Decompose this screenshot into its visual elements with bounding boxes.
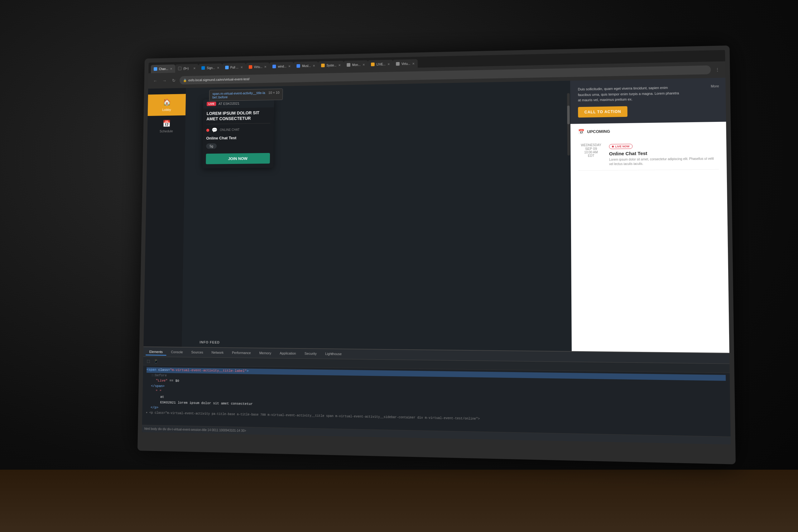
tab-close-btn[interactable]: ✕ (217, 66, 219, 70)
event-timezone: EDT (578, 154, 604, 158)
tab-close-btn[interactable]: ✕ (412, 62, 415, 65)
tab-label: Musl... (302, 64, 311, 67)
forward-button[interactable]: → (161, 77, 168, 84)
browser-tab-live[interactable]: LIVE... ✕ (368, 60, 393, 69)
devtools-tab-memory[interactable]: Memory (255, 350, 275, 357)
event-item: WEDNESDAY SEP 09 10:00 AM EDT LIVE NOW (578, 138, 719, 171)
event-day-name: WEDNESDAY (578, 143, 604, 147)
live-now-badge: LIVE NOW (609, 144, 632, 149)
devtools-tab-security[interactable]: Security (301, 350, 320, 358)
chat-name: Online Chat Test (203, 135, 274, 142)
scrollbar-thumb[interactable] (567, 106, 570, 125)
sidebar-item-schedule[interactable]: 📅 Schedule (148, 115, 186, 137)
devtools-select-element-btn[interactable]: ⬚ (146, 358, 151, 364)
tab-label: Chan... (159, 67, 168, 71)
tab-favicon (248, 65, 252, 69)
time-badge: 5g (206, 144, 217, 149)
tab-favicon (178, 67, 182, 71)
devtools-tab-performance[interactable]: Performance (228, 349, 254, 357)
inspector-pseudo: bel::before (212, 95, 228, 99)
tab-favicon (272, 64, 276, 68)
schedule-icon: 📅 (163, 120, 171, 128)
event-date-column: WEDNESDAY SEP 09 10:00 AM EDT (578, 143, 604, 167)
tab-close-btn[interactable]: ✕ (264, 65, 267, 69)
tab-favicon (321, 63, 325, 67)
event-right-panel: More Duis sollicitudin, quam eget viverr… (570, 78, 729, 353)
monitor-frame: Chan... ✕ (9+) ✕ Sign... ✕ Pull ... ✕ (137, 45, 736, 464)
info-feed-label: INFO FEED (200, 340, 220, 344)
browser-tab-notion[interactable]: (9+) ✕ (175, 64, 198, 73)
browser-tab-sign[interactable]: Sign... ✕ (198, 63, 222, 72)
home-icon: 🏠 (163, 98, 171, 106)
desk-surface (0, 470, 798, 532)
live-now-text: LIVE NOW (615, 145, 629, 148)
tab-favicon (225, 66, 228, 70)
online-status-dot (206, 129, 209, 132)
back-button[interactable]: ← (152, 77, 159, 84)
tab-favicon (396, 62, 400, 66)
browser-tab-virtu[interactable]: Virtu... ✕ (246, 62, 270, 71)
activity-card: LIVE AT ESKO2021 LOREM IPSUM DOLOR SIT A… (202, 98, 274, 168)
event-sidebar: 🏠 Lobby 📅 Schedule (144, 88, 186, 347)
devtools-tab-console[interactable]: Console (167, 349, 186, 356)
live-now-dot (612, 146, 614, 147)
tab-label: Mon... (352, 63, 361, 66)
extensions-button[interactable]: ⋮ (714, 66, 722, 74)
lock-icon: 🔒 (183, 78, 186, 82)
sidebar-label-schedule: Schedule (159, 129, 173, 133)
tab-close-btn[interactable]: ✕ (313, 64, 315, 67)
devtools-tab-sources[interactable]: Sources (188, 349, 207, 356)
browser-tab-mon[interactable]: Mon... ✕ (344, 60, 368, 69)
tab-label: Virtu... (401, 62, 410, 65)
more-link[interactable]: More (711, 84, 719, 88)
monitor-screen: Chan... ✕ (9+) ✕ Sign... ✕ Pull ... ✕ (142, 50, 731, 444)
tab-close-btn[interactable]: ✕ (240, 65, 243, 69)
tab-close-btn[interactable]: ✕ (288, 64, 291, 68)
browser-content: 🏠 Lobby 📅 Schedule span.m-virtual-event-… (144, 78, 729, 353)
tab-close-btn[interactable]: ✕ (338, 63, 341, 67)
browser-tab-wind[interactable]: wind... ✕ (270, 62, 294, 71)
event-description: Lorem ipsum dolor sit amet, consectetur … (609, 156, 719, 167)
event-title: Online Chat Test (609, 150, 719, 156)
event-time: 10:00 AM (578, 150, 604, 154)
devtools-tab-lighthouse[interactable]: Lighthouse (321, 350, 345, 358)
browser-tab-syste[interactable]: Syste... ✕ (318, 61, 344, 70)
devtools-tab-network[interactable]: Network (208, 349, 227, 356)
tab-label: Sign... (207, 66, 215, 70)
hero-text: Duis sollicitudin, quam eget viverra tin… (578, 85, 681, 103)
tab-favicon (371, 63, 375, 66)
tab-close-btn[interactable]: ✕ (170, 67, 172, 71)
right-hero-section: More Duis sollicitudin, quam eget viverr… (570, 78, 726, 124)
tab-favicon (297, 64, 300, 68)
reload-button[interactable]: ↻ (170, 77, 177, 84)
right-upcoming-section: 📅 UPCOMING WEDNESDAY SEP 09 10:00 AM EDT (570, 121, 727, 176)
upcoming-header: 📅 UPCOMING (578, 127, 719, 135)
tab-label: wind... (278, 64, 286, 68)
inspector-selector: span.m-virtual-event-activity__title-la (212, 91, 265, 96)
browser-tab-chan[interactable]: Chan... ✕ (151, 64, 175, 73)
devtools-tab-application[interactable]: Application (276, 350, 300, 357)
event-details: LIVE NOW Online Chat Test Lorem ipsum do… (609, 142, 719, 167)
devtools-tab-elements[interactable]: Elements (146, 348, 166, 355)
browser-tab-pull[interactable]: Pull ... ✕ (222, 63, 246, 72)
join-now-button[interactable]: JOIN NOW (206, 153, 270, 164)
event-month-day: SEP 09 (578, 147, 604, 151)
tab-close-btn[interactable]: ✕ (193, 66, 196, 70)
tab-label: Pull ... (230, 65, 239, 69)
inspector-tooltip: span.m-virtual-event-activity__title-la … (209, 89, 283, 101)
online-chat-row: 💬 ONLINE CHAT (203, 124, 274, 136)
devtools-code-area: <span class="m-virtual-event-activity__t… (142, 365, 731, 436)
browser-tab-musl[interactable]: Musl... ✕ (293, 61, 318, 71)
tab-close-btn[interactable]: ✕ (363, 63, 365, 66)
chat-label: ONLINE CHAT (220, 128, 240, 132)
tab-close-btn[interactable]: ✕ (387, 62, 390, 66)
devtools-device-toggle-btn[interactable]: 📱 (153, 358, 158, 364)
devtools-breadcrumb: html body div div div-t-virtual-event-se… (144, 427, 246, 433)
browser-tab-virtu2[interactable]: Virtu... ✕ (393, 59, 417, 68)
tab-label: LIVE... (377, 62, 385, 66)
devtools-panel: Elements Console Sources Network Perform… (142, 346, 731, 444)
cta-button[interactable]: CALL TO ACTION (578, 106, 627, 117)
url-text: exfo.local.sigmund.ca/en/virtual-event-t… (188, 77, 250, 82)
scrollbar[interactable] (567, 93, 570, 155)
sidebar-item-lobby[interactable]: 🏠 Lobby (148, 94, 186, 116)
